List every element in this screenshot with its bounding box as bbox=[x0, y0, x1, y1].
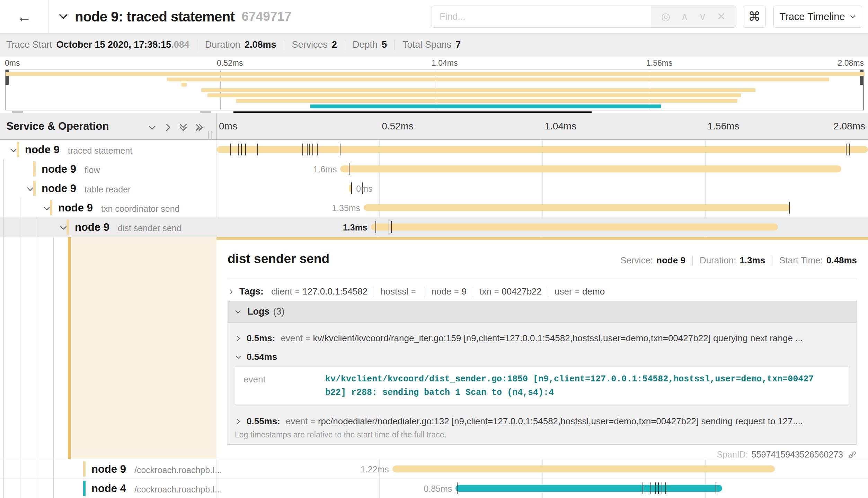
keyboard-shortcuts-button[interactable]: ⌘ bbox=[743, 6, 766, 28]
tags-items: client=127.0.0.1:54582hostssl=node=9txn=… bbox=[271, 286, 605, 297]
summary-label: Duration bbox=[205, 39, 240, 50]
log-entry-collapsed[interactable]: 0.5ms: event = kv/kvclient/kvcoord/range… bbox=[235, 333, 850, 344]
tag-separator bbox=[425, 287, 425, 297]
next-match-icon[interactable]: ∨ bbox=[699, 11, 707, 22]
indent-guide bbox=[20, 217, 20, 237]
column-resizer-grip[interactable] bbox=[208, 131, 212, 139]
summary-value: 7 bbox=[455, 39, 461, 50]
summary-value: 5 bbox=[382, 39, 387, 50]
span-name-cell[interactable]: node 9table reader bbox=[0, 179, 216, 198]
span-name-cell[interactable]: node 9txn coordinator send bbox=[0, 198, 216, 217]
tag-item: node=9 bbox=[431, 286, 467, 297]
log-marker-tick bbox=[391, 221, 392, 233]
log-timestamp: 0.54ms bbox=[247, 352, 277, 362]
timeline-tick-label: 0.52ms bbox=[382, 121, 414, 132]
service-name: node 9 bbox=[25, 144, 60, 156]
prev-match-icon[interactable]: ∧ bbox=[681, 11, 688, 22]
timeline-tick-label: 1.04ms bbox=[545, 121, 577, 132]
logs-footer-note: Log timestamps are relative to the start… bbox=[235, 430, 446, 440]
find-input[interactable] bbox=[432, 6, 651, 27]
span-id-value: 5597415943526560273 bbox=[752, 450, 843, 460]
summary-separator bbox=[345, 40, 345, 50]
log-marker-tick bbox=[307, 144, 308, 155]
span-row: node 9dist sender send1.3ms bbox=[0, 217, 868, 237]
span-duration-label: 1.22ms bbox=[361, 464, 389, 474]
log-entry-collapsed[interactable]: 0.55ms: event = rpc/nodedialer/nodediale… bbox=[235, 416, 850, 427]
chevron-down-icon bbox=[234, 308, 242, 316]
span-rows-area: node 9traced statementnode 9flow1.6msnod… bbox=[0, 140, 868, 498]
span-row: node 9table reader0ms bbox=[0, 179, 868, 198]
indent-guide bbox=[3, 159, 4, 179]
minimap-canvas[interactable] bbox=[5, 70, 864, 110]
log-marker-tick bbox=[655, 482, 656, 494]
back-button[interactable]: ← bbox=[0, 0, 48, 33]
tags-toggle-row[interactable]: Tags: client=127.0.0.1:54582hostssl=node… bbox=[228, 286, 605, 297]
indent-guide bbox=[37, 217, 37, 237]
summary-item: Duration2.08ms bbox=[205, 39, 276, 50]
service-color-bar bbox=[33, 161, 36, 176]
log-marker-tick bbox=[349, 163, 349, 175]
span-row: node 9traced statement bbox=[0, 140, 868, 159]
locate-icon[interactable]: ◎ bbox=[661, 11, 670, 22]
clear-search-icon[interactable]: ✕ bbox=[717, 11, 726, 22]
log-entry-expanded-header[interactable]: 0.54ms bbox=[235, 352, 850, 362]
span-id-row: SpanID: 5597415943526560273 bbox=[717, 450, 857, 460]
service-color-bar bbox=[33, 181, 36, 196]
trace-view-selector[interactable]: Trace Timeline bbox=[773, 6, 862, 28]
indent-guide bbox=[37, 479, 37, 498]
span-bar[interactable] bbox=[364, 204, 790, 211]
indent-guide bbox=[20, 479, 20, 498]
summary-value: 2.08ms bbox=[245, 39, 276, 50]
detail-left-strip bbox=[0, 237, 216, 459]
log-timestamp: 0.55ms: bbox=[247, 416, 280, 427]
span-name-cell[interactable]: node 9flow bbox=[0, 159, 216, 179]
log-marker-tick bbox=[317, 144, 318, 155]
chevron-right-icon bbox=[235, 418, 242, 425]
summary-value: 2 bbox=[332, 39, 337, 50]
indent-guide bbox=[53, 459, 54, 479]
selected-span-accent-fill bbox=[71, 237, 216, 459]
service-color-bar bbox=[50, 200, 52, 215]
detail-divider bbox=[228, 279, 857, 279]
log-marker-tick bbox=[389, 221, 389, 233]
log-marker-tick bbox=[245, 144, 246, 155]
span-timeline-cell: 1.3ms bbox=[216, 217, 868, 237]
minimap-span-bar bbox=[236, 99, 737, 103]
minimap-tick-label: 1.56ms bbox=[646, 58, 672, 68]
detail-top-accent bbox=[216, 237, 868, 240]
chevron-down-icon[interactable] bbox=[147, 122, 157, 133]
tag-value: demo bbox=[582, 286, 605, 297]
span-bar[interactable] bbox=[455, 485, 722, 492]
service-value: node 9 bbox=[656, 255, 685, 266]
span-bar[interactable] bbox=[216, 146, 868, 153]
logs-header[interactable]: Logs (3) bbox=[228, 301, 857, 323]
span-bar[interactable] bbox=[392, 465, 775, 472]
span-timeline-cell: 0ms bbox=[216, 179, 868, 198]
span-bar[interactable] bbox=[340, 165, 841, 172]
indent-guide bbox=[3, 479, 4, 498]
span-name-cell[interactable]: node 9/cockroach.roachpb.I... bbox=[0, 459, 216, 479]
span-name-cell[interactable]: node 4/cockroach.roachpb.I... bbox=[0, 479, 216, 498]
span-name-cell[interactable]: node 9dist sender send bbox=[0, 217, 216, 237]
log-field-value: rpc/nodedialer/nodedialer.go:132 [n9,cli… bbox=[318, 416, 803, 427]
chevron-right-icon[interactable] bbox=[163, 122, 173, 133]
double-chevron-down-icon[interactable] bbox=[178, 122, 188, 133]
logs-count: (3) bbox=[273, 306, 285, 317]
summary-label: Depth bbox=[353, 39, 378, 50]
span-timeline-cell: 1.35ms bbox=[216, 198, 868, 217]
operation-name: dist sender send bbox=[118, 223, 181, 233]
span-detail-panel: dist sender send Service: node 9 Duratio… bbox=[216, 240, 868, 459]
link-icon[interactable] bbox=[848, 450, 857, 459]
span-bar[interactable] bbox=[371, 224, 778, 230]
span-row: node 9flow1.6ms bbox=[0, 159, 868, 179]
service-color-bar bbox=[17, 142, 19, 157]
collapse-trace-chevron-icon[interactable] bbox=[58, 11, 69, 22]
minimap-tick-label: 2.08ms bbox=[838, 58, 864, 68]
span-name-cell[interactable]: node 9traced statement bbox=[0, 140, 216, 159]
indent-guide bbox=[53, 479, 54, 498]
summary-separator bbox=[284, 40, 284, 50]
chevron-right-icon bbox=[235, 335, 242, 342]
log-marker-tick bbox=[457, 482, 458, 494]
double-chevron-right-icon[interactable] bbox=[194, 122, 204, 133]
tag-item: txn=00427b22 bbox=[479, 286, 542, 297]
